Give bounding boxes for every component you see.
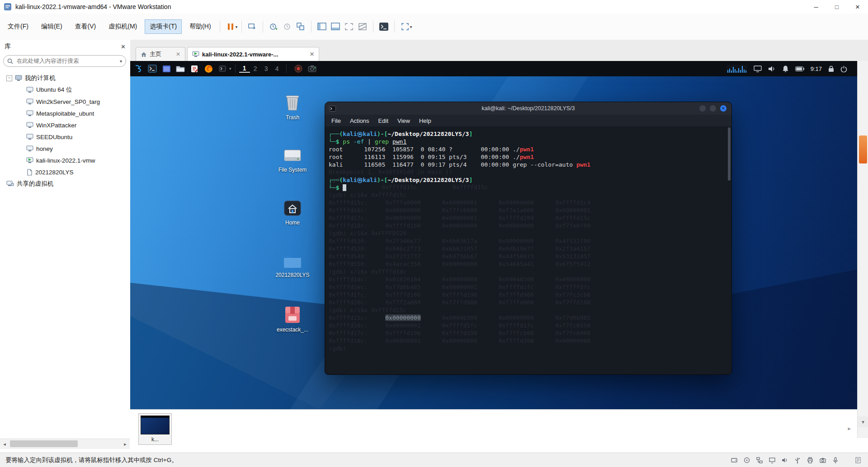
clock[interactable]: 9:17	[811, 65, 822, 72]
terminal-menu-actions[interactable]: Actions	[350, 117, 369, 124]
sidebar-item-win2kserver[interactable]: Win2kServer_SP0_targ	[0, 96, 130, 107]
terminal-menu-edit[interactable]: Edit	[378, 117, 388, 124]
take-snapshot-button[interactable]	[267, 20, 280, 33]
tab-vm-close-icon[interactable]: ✕	[310, 51, 314, 57]
lock-icon[interactable]	[828, 65, 834, 72]
desktop-icon-home[interactable]: Home	[271, 199, 314, 226]
search-input[interactable]	[16, 57, 120, 65]
revert-snapshot-button[interactable]	[280, 20, 294, 33]
thumbnail-scroll-right-icon[interactable]: ▸	[848, 425, 851, 432]
terminal-maximize-button[interactable]	[710, 105, 716, 112]
menu-file[interactable]: 文件(F)	[3, 19, 33, 34]
battery-icon[interactable]	[795, 66, 804, 71]
terminal-titlebar[interactable]: kali@kali: ~/Desktop/20212820LYS/3 ✕	[325, 102, 731, 115]
library-close-icon[interactable]: ✕	[121, 43, 126, 50]
workspace-1[interactable]: 1	[239, 65, 250, 73]
terminal-body[interactable]: Breakpoint 1, 0x565561d9 in main ()(gdb)…	[325, 126, 731, 374]
scroll-down-icon[interactable]: ▾	[858, 416, 868, 427]
notification-bell-icon[interactable]	[782, 65, 789, 72]
terminal-menu-view[interactable]: View	[397, 117, 410, 124]
sidebar-item-metasploitable[interactable]: Metasploitable_ubunt	[0, 107, 130, 119]
search-dropdown-icon[interactable]: ▾	[120, 59, 122, 64]
sidebar-item-my-computer[interactable]: − 我的计算机	[0, 72, 130, 84]
kali-menu-icon[interactable]	[132, 63, 144, 75]
menu-tabs[interactable]: 选项卡(T)	[145, 19, 182, 34]
sidebar-item-seedubuntu[interactable]: SEEDUbuntu	[0, 131, 130, 143]
sidebar-item-winxpattacker[interactable]: WinXPattacker	[0, 119, 130, 131]
fullscreen-dropdown-icon[interactable]: ▾	[410, 24, 412, 29]
workspace-4[interactable]: 4	[272, 65, 283, 72]
library-search[interactable]: ▾	[3, 55, 126, 67]
show-library-button[interactable]	[315, 20, 329, 33]
terminal-scrollbar-thumb[interactable]	[728, 127, 731, 181]
file-manager-icon[interactable]	[175, 63, 186, 75]
maximize-button[interactable]: □	[826, 0, 847, 14]
terminal-minimize-button[interactable]	[699, 105, 706, 112]
device-printer-icon[interactable]	[807, 457, 814, 464]
message-log-icon[interactable]	[854, 457, 862, 464]
text-editor-icon[interactable]	[189, 63, 200, 75]
desktop-icon-trash[interactable]: Trash	[271, 93, 314, 121]
pause-dropdown-icon[interactable]: ▾	[236, 24, 238, 29]
vm-thumbnail[interactable]: k...	[138, 413, 172, 445]
close-button[interactable]: ✕	[847, 0, 868, 14]
minimize-button[interactable]: ─	[806, 0, 826, 14]
workspace-2[interactable]: 2	[250, 65, 261, 72]
menu-vm[interactable]: 虚拟机(M)	[104, 19, 142, 34]
firefox-icon[interactable]	[203, 63, 214, 75]
free-stretch-button[interactable]	[342, 20, 356, 33]
menu-view[interactable]: 查看(V)	[70, 19, 101, 34]
scroll-left-icon[interactable]: ◂	[0, 441, 9, 447]
device-network-icon[interactable]	[756, 457, 763, 464]
desktop-icon-filesystem[interactable]: File System	[271, 146, 314, 173]
device-usb-icon[interactable]	[794, 457, 801, 464]
app-window-icon[interactable]	[160, 63, 172, 75]
terminal-window[interactable]: kali@kali: ~/Desktop/20212820LYS/3 ✕ Fil…	[325, 102, 732, 375]
terminal-scrollbar[interactable]	[728, 127, 731, 374]
show-thumbnail-bar-button[interactable]	[329, 20, 342, 33]
power-icon[interactable]	[840, 65, 847, 72]
device-sound-icon[interactable]	[781, 457, 788, 464]
screenshot-tool-icon[interactable]	[307, 63, 318, 75]
terminal-menu-help[interactable]: Help	[419, 117, 431, 124]
send-ctrl-alt-del-button[interactable]	[245, 20, 259, 33]
vm-vertical-scrollbar[interactable]: ▾	[857, 61, 868, 438]
device-mic-icon[interactable]	[832, 457, 839, 464]
terminal-launcher-icon[interactable]	[146, 63, 158, 75]
cpu-graph[interactable]	[726, 65, 747, 73]
library-horizontal-scrollbar[interactable]: ◂ ▸	[0, 439, 130, 449]
tab-home-close-icon[interactable]: ✕	[176, 51, 180, 57]
sidebar-item-honey[interactable]: honey	[0, 143, 130, 154]
device-harddisk-icon[interactable]	[731, 457, 738, 464]
terminal-close-button[interactable]: ✕	[720, 105, 726, 112]
menu-help[interactable]: 帮助(H)	[184, 19, 216, 34]
desktop-icon-execstack[interactable]: execstack_...	[271, 305, 314, 333]
scrollbar-thumb[interactable]	[10, 440, 78, 447]
display-status-icon[interactable]	[754, 65, 762, 72]
scroll-right-icon[interactable]: ▸	[121, 441, 130, 447]
tab-home[interactable]: 主页 ✕	[136, 47, 185, 61]
search-icon	[7, 58, 13, 64]
menu-edit[interactable]: 编辑(E)	[36, 19, 67, 34]
vm-scrollbar-thumb[interactable]	[859, 135, 867, 163]
snapshot-manager-button[interactable]	[294, 20, 307, 33]
vm-display[interactable]: ▾ 1 2 3 4 9:1	[130, 61, 857, 409]
console-view-button[interactable]	[377, 20, 391, 33]
device-display-icon[interactable]	[769, 457, 776, 464]
terminal-selector-icon[interactable]	[217, 63, 228, 75]
sidebar-item-20212820lys[interactable]: 20212820LYS	[0, 166, 130, 178]
terminal-selector-dropdown-icon[interactable]: ▾	[229, 66, 231, 71]
sidebar-item-kali-linux[interactable]: kali-linux-2022.1-vmw	[0, 154, 130, 166]
sidebar-item-shared-vms[interactable]: 共享的虚拟机	[0, 178, 130, 190]
sidebar-item-ubuntu64[interactable]: Ubuntu 64 位	[0, 84, 130, 96]
unity-mode-button[interactable]	[356, 20, 369, 33]
tab-kali-vm[interactable]: kali-linux-2022.1-vmware-... ✕	[187, 47, 319, 61]
workspace-3[interactable]: 3	[261, 65, 272, 72]
device-cdrom-icon[interactable]	[743, 457, 750, 464]
volume-icon[interactable]	[768, 65, 776, 72]
tree-collapse-icon[interactable]: −	[6, 75, 12, 81]
screen-recorder-icon[interactable]	[292, 63, 304, 75]
device-camera-icon[interactable]	[819, 457, 826, 464]
terminal-menu-file[interactable]: File	[331, 117, 341, 124]
desktop-icon-20212820lys[interactable]: 20212820LYS	[271, 252, 314, 278]
